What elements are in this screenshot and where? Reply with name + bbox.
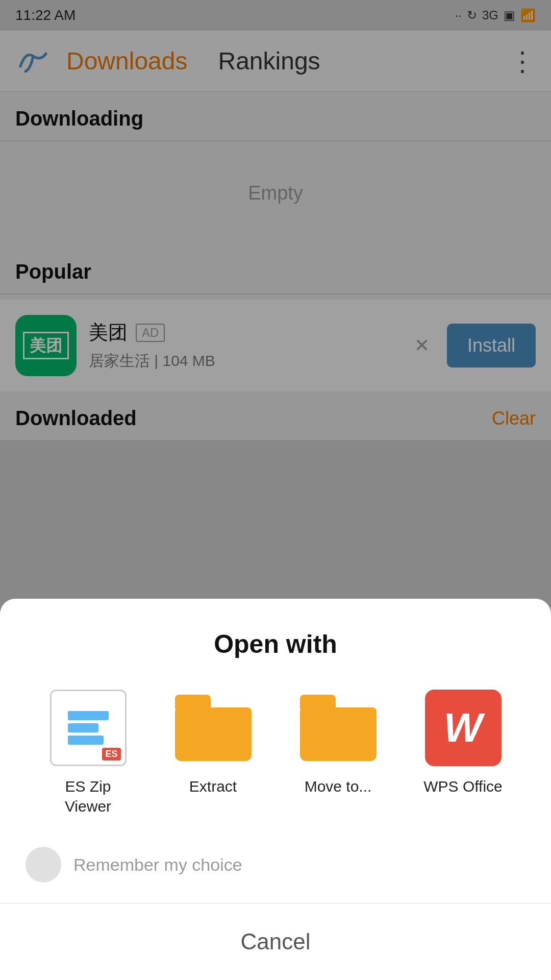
option-es-zip[interactable]: ES ES ZipViewer — [45, 690, 132, 816]
move-to-label: Move to... — [305, 776, 372, 796]
es-zip-label: ES ZipViewer — [65, 776, 111, 816]
dialog-options: ES ES ZipViewer Extract Mo — [0, 679, 551, 842]
remember-label: Remember my choice — [73, 855, 242, 875]
move-to-icon — [300, 690, 377, 766]
wps-office-label: WPS Office — [423, 776, 502, 796]
es-zip-icon: ES — [50, 690, 127, 766]
option-wps-office[interactable]: W WPS Office — [420, 690, 507, 796]
open-with-dialog: Open with ES ES ZipViewer — [0, 599, 551, 980]
extract-label: Extract — [189, 776, 237, 796]
cancel-button[interactable]: Cancel — [0, 903, 551, 980]
option-move-to[interactable]: Move to... — [295, 690, 382, 796]
remember-toggle[interactable] — [26, 847, 61, 883]
dialog-title: Open with — [0, 599, 551, 679]
remember-row: Remember my choice — [0, 842, 551, 903]
wps-office-icon: W — [425, 690, 502, 766]
option-extract[interactable]: Extract — [170, 690, 257, 796]
extract-icon — [175, 690, 252, 766]
